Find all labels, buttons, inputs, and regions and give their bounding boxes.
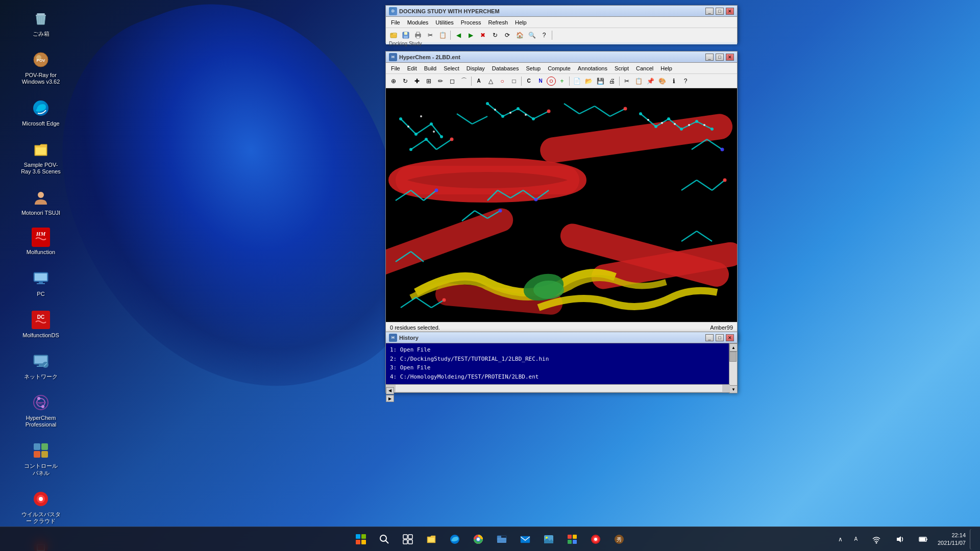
desktop-icon-edge[interactable]: Microsoft Edge <box>18 95 64 130</box>
desktop-icon-virus-buster[interactable]: ● ウイルスバスター クラウド <box>18 486 64 528</box>
hc-tb-openmol[interactable]: 📂 <box>583 76 594 87</box>
hc-tb-atom-triangle[interactable]: △ <box>485 76 496 87</box>
docking-minimize-btn[interactable]: _ <box>705 8 714 15</box>
docking-menu-refresh[interactable]: Refresh <box>485 18 511 27</box>
hc-tb-o-circle[interactable]: O <box>547 77 556 86</box>
taskbar-search-btn[interactable] <box>374 529 395 549</box>
hc-tb-newmol[interactable]: 📄 <box>571 76 582 87</box>
tb-refresh[interactable]: ⟳ <box>502 30 513 41</box>
hc-tb-help2[interactable]: ? <box>680 76 691 87</box>
taskbar-mail-btn[interactable] <box>515 529 535 549</box>
hc-menu-help[interactable]: Help <box>657 64 675 72</box>
systray-volume-btn[interactable] <box>890 529 910 549</box>
tb-search-web[interactable]: 🔍 <box>526 30 537 41</box>
docking-menu-file[interactable]: File <box>388 18 403 27</box>
hc-menu-compute[interactable]: Compute <box>545 64 574 72</box>
hc-tb-info[interactable]: ℹ <box>668 76 679 87</box>
tb-arrow-left[interactable]: ◀ <box>453 30 464 41</box>
hc-menu-edit[interactable]: Edit <box>404 64 420 72</box>
docking-titlebar[interactable]: D DOCKING STUDY WITH HYPERCHEM _ □ ✕ <box>386 6 737 17</box>
systray-battery-btn[interactable] <box>913 529 934 549</box>
taskbar-taskview-btn[interactable] <box>398 529 418 549</box>
start-button[interactable] <box>351 529 371 549</box>
systray-lang-btn[interactable]: A <box>849 530 863 548</box>
tb-rotate[interactable]: ↻ <box>489 30 501 41</box>
hist-close[interactable]: ✕ <box>726 334 734 341</box>
docking-close-btn[interactable]: ✕ <box>726 8 734 15</box>
hc-tb-atom-a[interactable]: A <box>473 76 484 87</box>
desktop-icon-pc[interactable]: PC <box>18 265 64 300</box>
hc-tb-select[interactable]: ⊕ <box>388 76 399 87</box>
hc-menu-file[interactable]: File <box>388 64 403 72</box>
tb-stop[interactable]: ✖ <box>477 30 488 41</box>
hc-tb-bond[interactable]: ⌒ <box>458 76 470 87</box>
hc-menu-databases[interactable]: Databases <box>489 64 522 72</box>
hc-menu-select[interactable]: Select <box>440 64 462 72</box>
hist-hscroll-left[interactable]: ◀ <box>386 387 394 394</box>
taskbar-edge-btn[interactable] <box>445 529 465 549</box>
hist-minimize[interactable]: _ <box>705 334 714 341</box>
desktop-icon-molfunctionds[interactable]: DC MolfunctionDS <box>18 307 64 342</box>
desktop-icon-sample-pov[interactable]: Sample POV-Ray 3.6 Scenes <box>18 136 64 178</box>
hc-tb-atom-rect[interactable]: □ <box>508 76 520 87</box>
hc-tb-draw[interactable]: ✏ <box>435 76 446 87</box>
desktop-icon-hyperchem[interactable]: HC HyperChem Professional <box>18 389 64 431</box>
hc-tb-erase[interactable]: ◻ <box>447 76 458 87</box>
docking-menu-modules[interactable]: Modules <box>404 18 432 27</box>
hc-maximize-btn[interactable]: □ <box>716 54 724 61</box>
tb-help-q[interactable]: ? <box>538 30 550 41</box>
docking-maximize-btn[interactable]: □ <box>716 8 724 15</box>
desktop-icon-control-panel[interactable]: コントロール パネル <box>18 437 64 479</box>
desktop-icon-recycle[interactable]: ごみ箱 <box>18 5 64 40</box>
taskbar-photos-btn[interactable] <box>538 529 559 549</box>
desktop-icon-molfunction[interactable]: HM Molfunction <box>18 226 64 259</box>
hist-scroll-thumb[interactable] <box>729 352 737 362</box>
hc-minimize-btn[interactable]: _ <box>705 54 714 61</box>
hc-menu-setup[interactable]: Setup <box>523 64 544 72</box>
systray-wifi-btn[interactable] <box>866 529 887 549</box>
desktop-icon-motonori[interactable]: Motonori TSUJI <box>18 184 64 219</box>
tb-arrow-right[interactable]: ▶ <box>465 30 476 41</box>
hc-menu-script[interactable]: Script <box>611 64 632 72</box>
hist-hscroll-track[interactable] <box>396 385 722 392</box>
hc-close-btn[interactable]: ✕ <box>726 54 734 61</box>
hc-menu-build[interactable]: Build <box>421 64 439 72</box>
hc-tb-c[interactable]: C <box>523 76 534 87</box>
taskbar-chrome-btn[interactable] <box>468 529 488 549</box>
hist-titlebar[interactable]: H History _ □ ✕ <box>386 332 737 343</box>
taskbar-files-btn[interactable] <box>492 529 512 549</box>
hc-tb-translate[interactable]: ✚ <box>411 76 423 87</box>
hc-tb-atom-circle[interactable]: ○ <box>497 76 508 87</box>
hist-hscroll-right[interactable]: ▶ <box>386 395 394 402</box>
hc-menu-annotations[interactable]: Annotations <box>575 64 610 72</box>
hc-tb-scale[interactable]: ⊞ <box>423 76 434 87</box>
tb-open[interactable] <box>388 30 399 41</box>
hc-tb-cut2[interactable]: ✂ <box>621 76 632 87</box>
hc-tb-render[interactable]: 🎨 <box>656 76 668 87</box>
taskbar-explorer-btn[interactable] <box>421 529 442 549</box>
hist-scroll-down[interactable]: ▼ <box>729 385 738 393</box>
taskbar-store-btn[interactable] <box>562 529 582 549</box>
docking-menu-help[interactable]: Help <box>512 18 530 27</box>
taskbar-clock[interactable]: 22:14 2021/11/07 <box>938 532 966 546</box>
tb-home[interactable]: 🏠 <box>514 30 525 41</box>
hc-tb-savemol[interactable]: 💾 <box>595 76 606 87</box>
hist-scroll-track[interactable] <box>729 352 737 385</box>
hc-menu-cancel[interactable]: Cancel <box>633 64 656 72</box>
tb-save[interactable] <box>400 30 411 41</box>
hc-tb-rotate[interactable]: ↻ <box>400 76 411 87</box>
hc-tb-n[interactable]: N <box>535 76 546 87</box>
hist-hscrollbar[interactable]: ◀ ▶ <box>386 384 730 392</box>
hc-titlebar[interactable]: H HyperChem - 2LBD.ent _ □ ✕ <box>386 52 737 63</box>
docking-menu-utilities[interactable]: Utilities <box>432 18 456 27</box>
hc-tb-printmol[interactable]: 🖨 <box>606 76 618 87</box>
hist-maximize[interactable]: □ <box>716 334 724 341</box>
docking-menu-process[interactable]: Process <box>458 18 484 27</box>
molecule-view[interactable] <box>386 88 737 322</box>
desktop-icon-network[interactable]: ネットワーク <box>18 348 64 383</box>
hc-menu-display[interactable]: Display <box>463 64 488 72</box>
tb-copy[interactable]: 📋 <box>437 30 448 41</box>
hist-scroll-up[interactable]: ▲ <box>729 343 738 352</box>
hist-scrollbar[interactable]: ▲ ▼ <box>729 343 737 393</box>
hc-tb-copy2[interactable]: 📋 <box>633 76 644 87</box>
